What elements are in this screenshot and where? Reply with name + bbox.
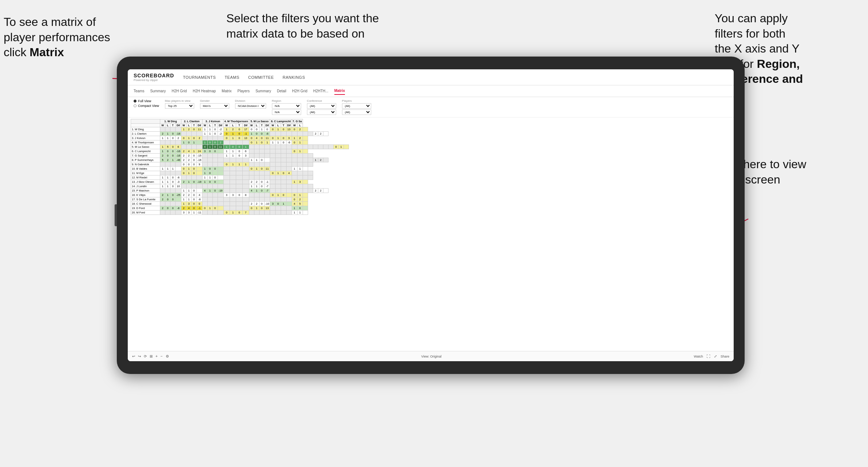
ann-left-line2: player performances: [4, 31, 110, 44]
matrix-cell: [323, 158, 329, 162]
players-select1[interactable]: (All): [342, 103, 371, 109]
matrix-cell: [202, 193, 207, 197]
matrix-cell: [276, 189, 281, 193]
tab-h2hth[interactable]: H2HTH...: [313, 88, 329, 94]
matrix-cell: [292, 154, 297, 158]
full-view-radio[interactable]: [134, 100, 137, 103]
table-row: 5. M La Sasso150641011100101: [131, 145, 349, 149]
matrix-cell: [236, 206, 242, 211]
tab-summary2[interactable]: Summary: [256, 88, 271, 94]
matrix-cell: -8: [196, 197, 202, 202]
matrix-cell: 1: [339, 145, 344, 149]
matrix-cell: [230, 197, 236, 202]
nav-teams[interactable]: TEAMS: [224, 75, 239, 80]
matrix-cell: -2: [218, 127, 223, 132]
undo-icon[interactable]: ↩: [132, 354, 135, 358]
fullscreen-icon[interactable]: ⤢: [714, 354, 717, 358]
redo-icon[interactable]: ↪: [138, 354, 141, 358]
matrix-cell: [286, 132, 292, 136]
full-view-label: Full View: [138, 99, 151, 103]
matrix-cell: 1: [202, 171, 207, 175]
tab-teams[interactable]: Teams: [134, 88, 144, 94]
sh-l7: L: [297, 124, 303, 127]
matrix-cell: 0: [281, 127, 286, 132]
row-player-name: 1. W Ding: [131, 127, 160, 132]
fit-icon[interactable]: ⊞: [150, 354, 153, 358]
matrix-cell: 2: [181, 149, 186, 154]
matrix-cell: [270, 189, 276, 193]
screen-icon[interactable]: ⛶: [707, 354, 710, 358]
bottom-toolbar: ↩ ↪ ⟳ ⊞ + − ⚙ View: Original Watch ⛶ ⤢ S…: [128, 351, 734, 361]
matrix-cell: [292, 132, 297, 136]
full-view-option[interactable]: Full View: [134, 99, 159, 103]
matrix-cell: -1: [242, 132, 249, 136]
refresh-icon[interactable]: ⟳: [144, 354, 147, 358]
matrix-cell: [230, 140, 236, 145]
compact-view-option[interactable]: Compact View: [134, 104, 159, 108]
matrix-cell: 1: [297, 193, 303, 197]
nav-tournaments[interactable]: TOURNAMENTS: [183, 75, 216, 80]
tab-h2h-grid2[interactable]: H2H Grid: [292, 88, 307, 94]
matrix-cell: 0: [254, 132, 259, 136]
matrix-cell: -46: [176, 158, 181, 162]
matrix-cell: 0: [165, 149, 170, 154]
zoom-out-icon[interactable]: −: [161, 354, 163, 358]
tab-detail[interactable]: Detail: [277, 88, 287, 94]
matrix-cell: [259, 175, 264, 180]
matrix-cell: [236, 140, 242, 145]
matrix-cell: 1: [207, 175, 212, 180]
tab-h2h-heatmap[interactable]: H2H Heatmap: [193, 88, 216, 94]
matrix-cell: 0: [207, 180, 212, 184]
matrix-cell: [286, 180, 292, 184]
share-button[interactable]: Share: [721, 355, 729, 358]
matrix-cell: 0: [165, 197, 170, 202]
tab-summary[interactable]: Summary: [150, 88, 166, 94]
settings-icon[interactable]: ⚙: [166, 354, 169, 358]
gender-select[interactable]: Men's: [200, 103, 229, 109]
region-select2[interactable]: N/A: [272, 109, 301, 115]
watch-button[interactable]: Watch: [694, 355, 703, 358]
matrix-cell: [303, 132, 308, 136]
matrix-cell: 3: [286, 136, 292, 140]
matrix-cell: -7: [264, 189, 270, 193]
compact-view-radio[interactable]: [134, 104, 137, 107]
sh-w2: W: [181, 124, 186, 127]
matrix-cell: [297, 158, 303, 162]
table-row: 1. W Ding12011110-21201700100101302: [131, 127, 349, 132]
tab-players[interactable]: Players: [238, 88, 250, 94]
matrix-cell: 3: [202, 149, 207, 154]
matrix-cell: [303, 162, 308, 167]
sh-l2: L: [186, 124, 191, 127]
row-player-name: 11. M Ege: [131, 171, 160, 175]
matrix-cell: [303, 149, 308, 154]
conference-select1[interactable]: (All): [307, 103, 336, 109]
conference-select2[interactable]: (All): [307, 109, 336, 115]
nav-committee[interactable]: COMMITTEE: [248, 75, 274, 80]
matrix-cell: [264, 154, 270, 158]
table-row: 14. J Lundin11010110-7: [131, 184, 349, 189]
ann-left-line3-bold: Matrix: [30, 46, 64, 59]
matrix-cell: 6: [176, 145, 181, 149]
region-select1[interactable]: N/A: [272, 103, 301, 109]
matrix-cell: [297, 162, 303, 167]
tab-matrix[interactable]: Matrix: [222, 88, 231, 94]
max-players-select[interactable]: Top 25: [165, 103, 194, 109]
matrix-cell: [286, 158, 292, 162]
tab-matrix-active[interactable]: Matrix: [334, 87, 345, 95]
nav-rankings[interactable]: RANKINGS: [283, 75, 305, 80]
sh-dif3: Dif: [218, 124, 223, 127]
matrix-cell: [230, 167, 236, 171]
matrix-cell: 7: [242, 211, 249, 215]
division-select[interactable]: NCAA Division I: [235, 103, 266, 109]
matrix-cell: [223, 158, 230, 162]
matrix-cell: 13: [264, 206, 270, 211]
players-select2[interactable]: (All): [342, 109, 371, 115]
tab-h2h-grid[interactable]: H2H Grid: [172, 88, 187, 94]
matrix-cell: [281, 197, 286, 202]
matrix-cell: [286, 202, 292, 206]
zoom-in-icon[interactable]: +: [155, 354, 158, 358]
matrix-cell: [286, 167, 292, 171]
matrix-cell: [242, 180, 249, 184]
matrix-cell: 0: [276, 202, 281, 206]
sh-t3: T: [212, 124, 218, 127]
